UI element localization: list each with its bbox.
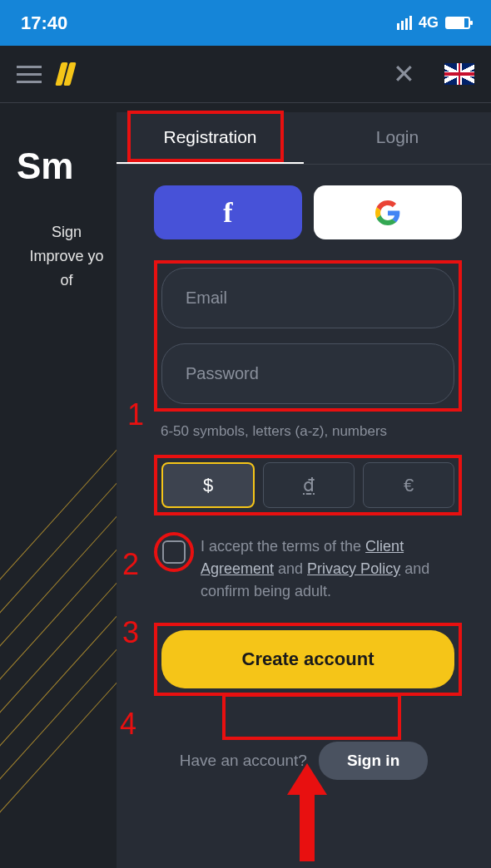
backdrop-heading: Sm [17, 145, 117, 187]
hamburger-icon[interactable] [17, 66, 42, 83]
signin-button[interactable]: Sign in [319, 742, 428, 780]
top-nav: ✕ [0, 46, 491, 103]
logo-icon [58, 62, 73, 86]
google-icon [375, 200, 400, 225]
facebook-signup-button[interactable]: f [154, 185, 302, 239]
currency-eur-button[interactable]: € [363, 462, 454, 508]
annotation-create-wrap: Create account [154, 623, 462, 696]
status-right: 4G [397, 14, 470, 32]
password-hint: 6-50 symbols, letters (a-z), numbers [161, 423, 462, 440]
create-account-button[interactable]: Create account [161, 630, 454, 688]
decoration-lines [0, 502, 117, 868]
google-signup-button[interactable] [314, 185, 462, 239]
network-label: 4G [419, 14, 439, 32]
email-field[interactable] [161, 268, 454, 328]
auth-tabs: Registration Login [117, 112, 491, 165]
close-icon[interactable]: ✕ [393, 58, 415, 90]
annotation-checkbox-ring [154, 532, 194, 572]
battery-icon [445, 17, 470, 29]
panel-body: f 6-50 symbols, letters (a-z), numbers $… [117, 165, 491, 868]
annotation-step-4: 4 [120, 707, 136, 742]
have-account-row: Have an account? Sign in [146, 742, 462, 780]
language-flag-icon[interactable] [444, 63, 474, 85]
registration-panel: Registration Login f 6-50 symbols, lette… [117, 112, 491, 868]
currency-dong-button[interactable]: ₫ [263, 462, 355, 508]
annotation-step-2: 2 [122, 547, 139, 582]
terms-row: I accept the terms of the Client Agreeme… [157, 535, 462, 603]
backdrop-content: Sm Sign Improve yo of [0, 112, 117, 868]
tab-registration[interactable]: Registration [117, 112, 304, 164]
facebook-icon: f [223, 197, 232, 229]
signal-icon [397, 16, 412, 30]
annotation-step-3: 3 [122, 615, 139, 650]
currency-selector: $ ₫ € [154, 455, 462, 515]
status-time: 17:40 [21, 12, 67, 34]
terms-text: I accept the terms of the Client Agreeme… [201, 535, 462, 603]
backdrop-text: Sign Improve yo of [17, 220, 117, 292]
currency-usd-button[interactable]: $ [161, 462, 255, 508]
annotation-create-inner [222, 693, 401, 740]
privacy-policy-link[interactable]: Privacy Policy [307, 560, 400, 577]
password-field[interactable] [161, 343, 454, 404]
status-bar: 17:40 4G [0, 0, 491, 46]
annotation-step-1: 1 [127, 397, 144, 432]
have-account-text: Have an account? [180, 752, 307, 770]
credentials-group [154, 260, 462, 412]
tab-login[interactable]: Login [304, 112, 491, 164]
